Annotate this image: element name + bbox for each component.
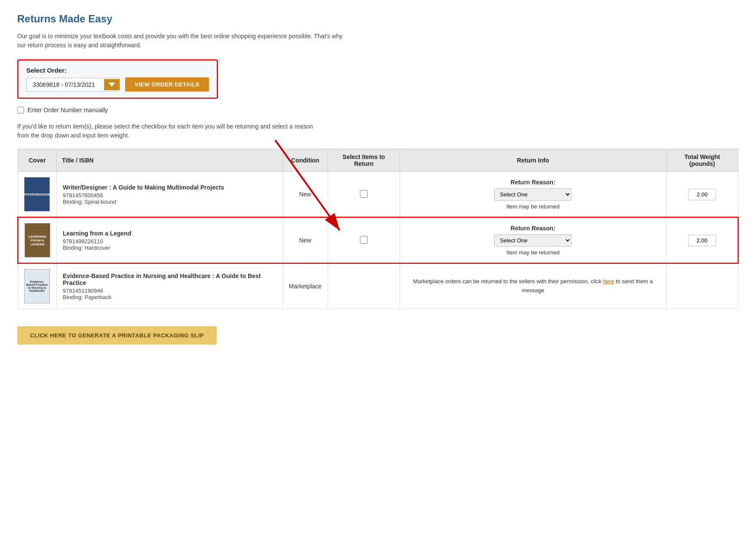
order-select-row: 33069818 - 07/13/2021 VIEW ORDER DETAILS bbox=[26, 77, 209, 92]
col-title-isbn: Title / ISBN bbox=[57, 149, 283, 172]
instructions-text: If you'd like to return item(s), please … bbox=[17, 122, 318, 140]
order-dropdown-value: 33069818 - 07/13/2021 bbox=[27, 78, 104, 91]
return-status-text: Item may be returned bbox=[406, 203, 660, 210]
book-binding: Binding: Hardcover bbox=[63, 245, 277, 251]
table-header-row: Cover Title / ISBN Condition Select Item… bbox=[18, 149, 738, 172]
book-cover-cell: Evidence-Based Practice in Nursing & Hea… bbox=[18, 263, 57, 309]
book-isbn: 9781498226110 bbox=[63, 238, 277, 245]
order-dropdown[interactable]: 33069818 - 07/13/2021 bbox=[26, 78, 120, 92]
table-row: WRITER/DESIGNERWriter/Designer : A Guide… bbox=[18, 172, 738, 217]
book-isbn: 9781451190946 bbox=[63, 288, 277, 294]
select-item-checkbox[interactable] bbox=[360, 236, 368, 244]
svg-marker-0 bbox=[109, 83, 115, 87]
book-isbn: 9781457600456 bbox=[63, 192, 277, 199]
col-condition: Condition bbox=[283, 149, 328, 172]
manual-order-label: Enter Order Number manually bbox=[28, 107, 108, 113]
return-reason-select[interactable]: Select OneWrong ItemDamaged ItemChanged … bbox=[494, 234, 572, 247]
select-item-cell bbox=[328, 172, 400, 217]
generate-slip-button[interactable]: CLICK HERE TO GENERATE A PRINTABLE PACKA… bbox=[17, 326, 217, 345]
manual-order-checkbox[interactable] bbox=[17, 107, 24, 113]
book-binding: Binding: Paperback bbox=[63, 294, 277, 300]
table-row: Evidence-Based Practice in Nursing & Hea… bbox=[18, 263, 738, 309]
book-condition-cell: New bbox=[283, 217, 328, 263]
weight-cell bbox=[666, 217, 738, 263]
weight-input[interactable] bbox=[688, 235, 716, 246]
col-total-weight: Total Weight (pounds) bbox=[666, 149, 738, 172]
return-reason-select[interactable]: Select OneWrong ItemDamaged ItemChanged … bbox=[494, 188, 572, 201]
book-title: Evidence-Based Practice in Nursing and H… bbox=[63, 272, 277, 286]
book-title-cell: Evidence-Based Practice in Nursing and H… bbox=[57, 263, 283, 309]
intro-text: Our goal is to minimize your textbook co… bbox=[17, 32, 353, 50]
book-title-cell: Learning from a Legend 9781498226110 Bin… bbox=[57, 217, 283, 263]
book-cover-cell: LEARNING FROM A LEGEND bbox=[18, 217, 57, 263]
return-info-cell: Return Reason:Select OneWrong ItemDamage… bbox=[400, 172, 666, 217]
book-condition-cell: Marketplace bbox=[283, 263, 328, 309]
order-select-section: Select Order: 33069818 - 07/13/2021 VIEW… bbox=[17, 59, 218, 99]
table-section: Cover Title / ISBN Condition Select Item… bbox=[17, 149, 739, 309]
col-return-info: Return Info bbox=[400, 149, 666, 172]
col-select-items: Select Items to Return bbox=[328, 149, 400, 172]
order-select-label: Select Order: bbox=[26, 67, 209, 74]
return-reason-label: Return Reason: bbox=[406, 225, 660, 232]
return-info-cell: Return Reason:Select OneWrong ItemDamage… bbox=[400, 217, 666, 263]
manual-order-row: Enter Order Number manually bbox=[17, 107, 739, 113]
select-item-cell bbox=[328, 263, 400, 309]
book-cover-image: WRITER/DESIGNER bbox=[24, 177, 50, 211]
book-condition-cell: New bbox=[283, 172, 328, 217]
book-cover-image: LEARNING FROM A LEGEND bbox=[25, 223, 50, 257]
chevron-down-icon bbox=[109, 83, 115, 87]
book-cover-cell: WRITER/DESIGNER bbox=[18, 172, 57, 217]
return-status-text: Item may be returned bbox=[406, 249, 660, 256]
returns-table: Cover Title / ISBN Condition Select Item… bbox=[17, 149, 739, 309]
weight-input[interactable] bbox=[688, 189, 716, 200]
return-info-cell: Marketplace orders can be returned to th… bbox=[400, 263, 666, 309]
col-cover: Cover bbox=[18, 149, 57, 172]
book-title: Writer/Designer : A Guide to Making Mult… bbox=[63, 184, 277, 191]
book-title: Learning from a Legend bbox=[63, 230, 277, 237]
table-row: LEARNING FROM A LEGENDLearning from a Le… bbox=[18, 217, 738, 263]
book-title-cell: Writer/Designer : A Guide to Making Mult… bbox=[57, 172, 283, 217]
page-title: Returns Made Easy bbox=[17, 13, 739, 25]
weight-cell bbox=[666, 263, 738, 309]
book-binding: Binding: Spiral-bound bbox=[63, 199, 277, 205]
select-item-cell bbox=[328, 217, 400, 263]
marketplace-here-link[interactable]: here bbox=[603, 278, 614, 285]
view-order-button[interactable]: VIEW ORDER DETAILS bbox=[125, 77, 209, 92]
select-item-checkbox[interactable] bbox=[360, 190, 368, 198]
order-dropdown-arrow-button[interactable] bbox=[104, 79, 120, 90]
weight-cell bbox=[666, 172, 738, 217]
book-cover-image: Evidence-Based Practice in Nursing & Hea… bbox=[24, 269, 50, 303]
return-reason-label: Return Reason: bbox=[406, 179, 660, 186]
marketplace-text: Marketplace orders can be returned to th… bbox=[406, 277, 660, 295]
